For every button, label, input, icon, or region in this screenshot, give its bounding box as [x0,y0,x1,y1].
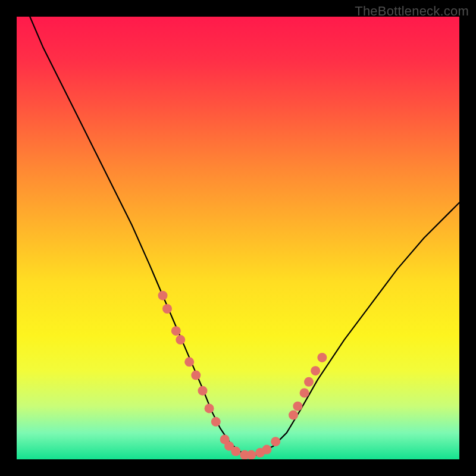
highlight-dot [304,377,314,387]
highlight-dot [171,326,181,336]
chart-frame: TheBottleneck.com [0,0,476,476]
highlight-dot [293,402,302,411]
highlight-dot [191,371,201,380]
curve-layer [17,17,459,459]
plot-area [17,17,459,459]
bottleneck-curve [30,17,459,455]
highlight-dot [211,417,221,427]
highlight-dot [311,366,320,375]
highlight-dot [184,357,194,367]
highlight-dot [205,403,214,413]
highlight-dot [262,445,271,455]
highlight-dot [289,411,298,420]
highlight-dot [162,304,172,314]
highlight-dot [300,388,309,397]
highlight-dot [246,450,256,459]
highlight-dot [198,386,208,396]
highlight-dot [271,437,280,446]
highlight-dot [317,353,327,362]
highlight-dot [231,447,240,456]
highlight-dot [158,291,168,300]
highlight-dots-group [158,291,327,459]
highlight-dot [176,335,185,345]
